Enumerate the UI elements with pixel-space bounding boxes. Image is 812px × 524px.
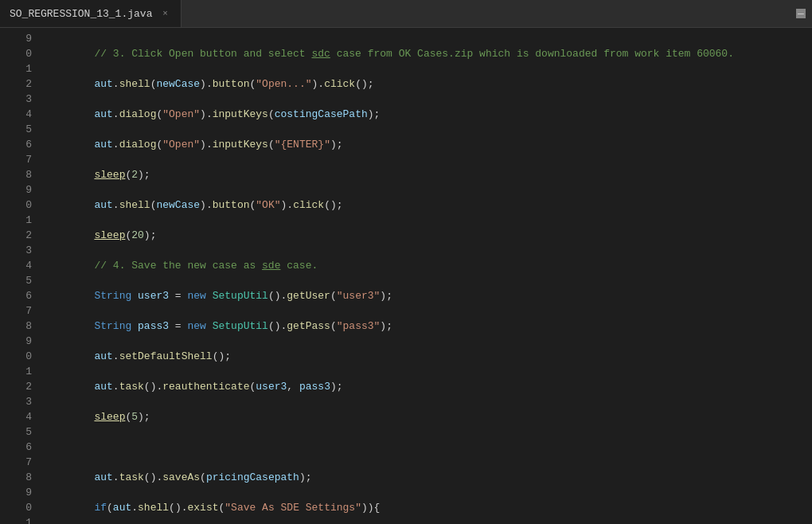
code-line: aut.dialog("Open").inputKeys(costingCase…: [45, 107, 812, 122]
tab-label: SO_REGRESSION_13_1.java: [10, 8, 152, 20]
code-line: sleep(20);: [45, 228, 812, 243]
code-line: aut.setDefaultShell();: [45, 349, 812, 364]
minimize-button[interactable]: —: [796, 9, 806, 18]
tab-close-button[interactable]: ×: [158, 7, 171, 20]
code-line: sleep(5);: [45, 409, 812, 424]
code-line: aut.task().reauthenticate(user3, pass3);: [45, 379, 812, 394]
code-line: aut.task().saveAs(pricingCasepath);: [45, 470, 812, 485]
code-line: // 4. Save the new case as sde case.: [45, 258, 812, 273]
tab-bar: SO_REGRESSION_13_1.java × —: [0, 0, 812, 28]
code-line: [45, 440, 812, 455]
code-line: aut.shell(newCase).button("OK").click();: [45, 197, 812, 213]
code-line: aut.dialog("Open").inputKeys("{ENTER}");: [45, 137, 812, 152]
code-area: 9 0 1 2 3 4 5 6 7 8 9 0 1 2 3 4 5 6 7 8 …: [0, 28, 812, 524]
window-controls: —: [796, 9, 812, 18]
editor-container: SO_REGRESSION_13_1.java × — 9 0 1 2 3 4 …: [0, 0, 812, 524]
code-line: // 3. Click Open button and select sdc c…: [45, 46, 812, 61]
code-line: aut.shell(newCase).button("Open...").cli…: [45, 76, 812, 92]
code-line: String user3 = new SetupUtil().getUser("…: [45, 288, 812, 303]
line-numbers: 9 0 1 2 3 4 5 6 7 8 9 0 1 2 3 4 5 6 7 8 …: [0, 28, 38, 524]
editor-tab[interactable]: SO_REGRESSION_13_1.java ×: [0, 0, 182, 27]
code-content[interactable]: // 3. Click Open button and select sdc c…: [38, 28, 812, 524]
code-line: if(aut.shell().exist("Save As SDE Settin…: [45, 500, 812, 515]
code-line: String pass3 = new SetupUtil().getPass("…: [45, 319, 812, 334]
code-line: sleep(2);: [45, 167, 812, 182]
